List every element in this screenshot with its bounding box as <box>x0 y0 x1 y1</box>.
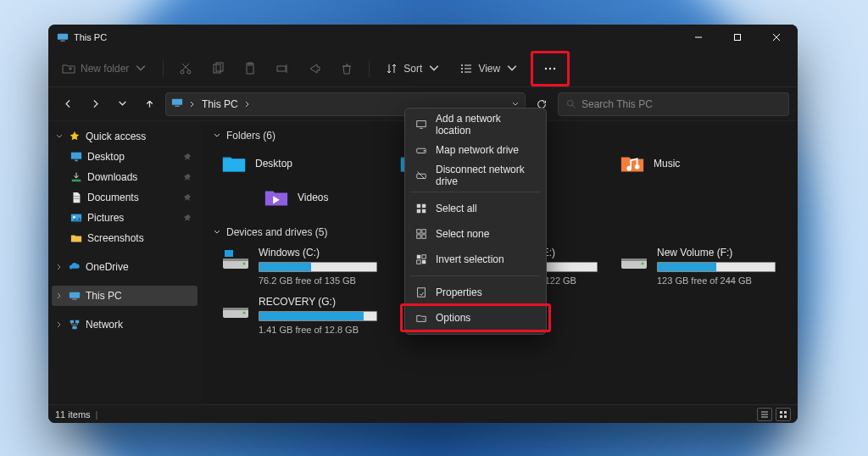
cut-button[interactable] <box>172 55 199 82</box>
svg-rect-0 <box>58 34 68 40</box>
select-all-icon <box>415 203 427 214</box>
chevron-down-icon <box>134 62 147 75</box>
menu-item-select-all[interactable]: Select all <box>405 196 546 221</box>
minimize-button[interactable] <box>679 25 718 50</box>
invert-selection-icon <box>415 253 427 265</box>
drive-label: RECOVERY (G:) <box>259 296 408 308</box>
search-icon <box>565 98 576 109</box>
sort-button[interactable]: Sort <box>378 55 448 82</box>
recent-locations-button[interactable] <box>111 93 133 115</box>
sidebar-item-downloads[interactable]: Downloads <box>52 167 198 187</box>
menu-item-invert-selection[interactable]: Invert selection <box>405 247 546 272</box>
svg-rect-3 <box>735 35 741 41</box>
folder-desktop[interactable]: Desktop <box>221 147 382 181</box>
sidebar-item-desktop[interactable]: Desktop <box>52 147 198 167</box>
chevron-down-icon[interactable] <box>511 100 520 108</box>
menu-item-select-none[interactable]: Select none <box>405 221 546 247</box>
chevron-down-icon <box>427 62 441 75</box>
back-button[interactable] <box>57 93 79 115</box>
svg-rect-83 <box>417 260 420 264</box>
svg-point-56 <box>642 263 644 265</box>
svg-point-8 <box>181 70 184 74</box>
sidebar-item-network[interactable]: Network <box>52 314 198 335</box>
chevron-right-icon <box>55 320 64 329</box>
more-button[interactable] <box>537 55 564 82</box>
desktop-icon <box>70 151 82 163</box>
drive-g[interactable]: RECOVERY (G:) 1.41 GB free of 12.8 GB <box>221 292 408 342</box>
svg-rect-63 <box>780 411 782 414</box>
svg-point-20 <box>461 71 463 73</box>
view-button[interactable]: View <box>453 55 526 82</box>
breadcrumb[interactable]: This PC <box>202 98 238 110</box>
usage-bar <box>657 262 776 272</box>
drive-free-text: 123 GB free of 244 GB <box>657 275 781 286</box>
copy-button[interactable] <box>204 55 231 82</box>
svg-point-59 <box>243 312 246 314</box>
chevron-down-icon <box>505 62 519 75</box>
videos-folder-icon <box>264 185 289 210</box>
menu-item-properties[interactable]: Properties <box>405 280 546 305</box>
svg-rect-33 <box>72 180 81 182</box>
share-button[interactable] <box>301 55 328 82</box>
chevron-down-icon <box>213 131 221 140</box>
svg-rect-27 <box>172 99 182 105</box>
folder-music[interactable]: Music <box>620 147 781 181</box>
window-title: This PC <box>74 32 107 42</box>
new-folder-button[interactable]: New folder <box>55 55 154 82</box>
sidebar-item-documents[interactable]: Documents <box>52 187 198 208</box>
svg-point-18 <box>461 64 463 66</box>
drive-free-text: 1.41 GB free of 12.8 GB <box>259 325 408 335</box>
menu-item-map-network-drive[interactable]: Map network drive <box>405 137 546 163</box>
svg-rect-77 <box>417 230 420 233</box>
drive-label: New Volume (F:) <box>657 247 781 259</box>
network-icon <box>69 319 81 331</box>
sidebar-item-pictures[interactable]: Pictures <box>52 208 198 228</box>
drive-c[interactable]: Windows (C:) 76.2 GB free of 135 GB <box>221 243 382 292</box>
forward-button[interactable] <box>84 93 106 115</box>
svg-rect-48 <box>223 259 248 261</box>
search-input[interactable]: Search This PC <box>558 92 789 116</box>
drive-f[interactable]: New Volume (F:) 123 GB free of 244 GB <box>620 243 781 292</box>
menu-item-options[interactable]: Options <box>405 305 546 331</box>
folder-videos[interactable]: Videos <box>264 181 425 214</box>
sidebar-item-screenshots[interactable]: Screenshots <box>52 228 198 248</box>
maximize-button[interactable] <box>718 25 757 50</box>
tiles-view-toggle[interactable] <box>776 408 791 421</box>
svg-point-46 <box>635 164 640 170</box>
delete-button[interactable] <box>333 55 360 82</box>
more-dropdown-menu: Add a network location Map network drive… <box>404 108 547 335</box>
sort-icon <box>385 62 398 75</box>
svg-point-26 <box>554 67 555 69</box>
this-pc-icon <box>57 31 69 43</box>
more-icon <box>543 62 557 75</box>
svg-rect-28 <box>175 106 179 107</box>
close-button[interactable] <box>757 25 796 50</box>
svg-rect-74 <box>422 204 426 208</box>
delete-icon <box>340 62 353 75</box>
chevron-down-icon <box>55 132 64 141</box>
pin-icon <box>184 153 192 161</box>
paste-button[interactable] <box>236 55 264 82</box>
share-icon <box>308 62 321 75</box>
status-bar: 11 items | <box>48 404 798 423</box>
rename-icon <box>275 62 289 75</box>
drive-disconnect-icon <box>415 170 427 181</box>
select-none-icon <box>415 228 427 240</box>
pin-icon <box>184 173 192 181</box>
sidebar-item-onedrive[interactable]: OneDrive <box>52 257 198 277</box>
sidebar-item-this-pc[interactable]: This PC <box>52 286 198 306</box>
menu-item-add-network-location[interactable]: Add a network location <box>405 112 546 137</box>
svg-rect-79 <box>417 235 420 238</box>
star-icon <box>69 131 81 142</box>
chevron-right-icon <box>55 292 64 300</box>
usage-bar <box>259 311 377 321</box>
up-button[interactable] <box>138 93 160 115</box>
sidebar-item-quick-access[interactable]: Quick access <box>52 126 198 147</box>
usage-bar <box>259 262 377 272</box>
svg-rect-67 <box>417 121 426 127</box>
menu-item-disconnect-network-drive[interactable]: Disconnect network drive <box>405 163 546 188</box>
rename-button[interactable] <box>269 55 296 82</box>
options-icon <box>415 312 427 324</box>
details-view-toggle[interactable] <box>757 408 772 421</box>
svg-rect-42 <box>72 326 76 330</box>
